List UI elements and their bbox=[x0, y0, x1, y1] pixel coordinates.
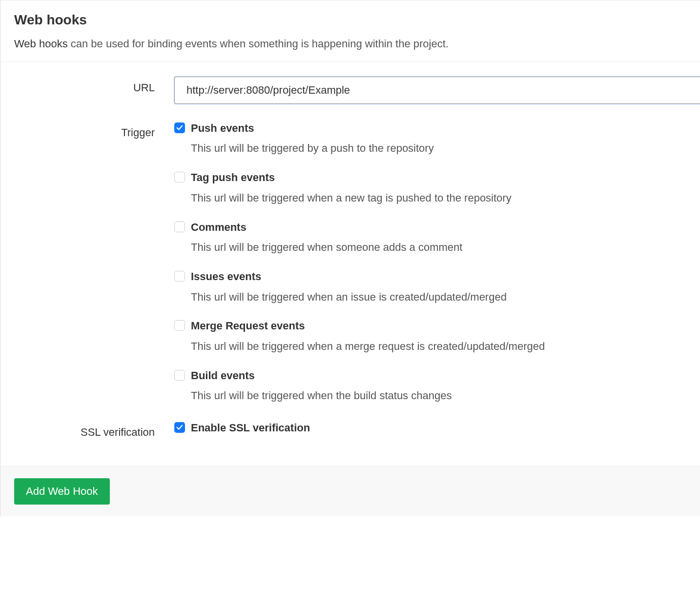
page-description: Web hooks can be used for binding events… bbox=[14, 37, 686, 52]
page-description-rest: can be used for binding events when some… bbox=[68, 38, 449, 50]
trigger-desc: This url will be triggered by a push to … bbox=[191, 141, 700, 156]
trigger-title: Push events bbox=[191, 122, 700, 136]
panel-footer: Add Web Hook bbox=[0, 466, 700, 516]
page-description-emph: Web hooks bbox=[14, 38, 68, 50]
trigger-merge-request-events: Merge Request events This url will be tr… bbox=[174, 319, 700, 354]
trigger-build-events: Build events This url will be triggered … bbox=[174, 369, 700, 404]
trigger-row: Trigger Push events This url will be tri… bbox=[0, 122, 700, 404]
trigger-title: Issues events bbox=[191, 270, 700, 284]
merge-request-events-checkbox[interactable] bbox=[174, 320, 185, 331]
url-row: URL bbox=[0, 77, 700, 104]
trigger-title: Tag push events bbox=[191, 171, 700, 185]
ssl-control: Enable SSL verification bbox=[174, 421, 700, 435]
trigger-label: Trigger bbox=[0, 122, 174, 139]
enable-ssl-checkbox[interactable] bbox=[174, 422, 185, 433]
trigger-comments: Comments This url will be triggered when… bbox=[174, 221, 700, 255]
check-icon bbox=[176, 124, 183, 131]
trigger-desc: This url will be triggered when a new ta… bbox=[191, 191, 700, 206]
url-label: URL bbox=[0, 77, 174, 94]
trigger-desc: This url will be triggered when an issue… bbox=[191, 290, 700, 305]
ssl-option-label: Enable SSL verification bbox=[191, 421, 700, 435]
trigger-title: Comments bbox=[191, 221, 700, 235]
tag-push-events-checkbox[interactable] bbox=[174, 172, 185, 183]
add-webhook-button[interactable]: Add Web Hook bbox=[14, 478, 110, 505]
ssl-option: Enable SSL verification bbox=[174, 421, 700, 435]
webhook-form: URL Trigger Push events This url will be… bbox=[0, 62, 700, 466]
check-icon bbox=[176, 424, 183, 431]
ssl-row: SSL verification Enable SSL verification bbox=[0, 421, 700, 439]
trigger-desc: This url will be triggered when the buil… bbox=[191, 388, 700, 404]
comments-checkbox[interactable] bbox=[174, 222, 185, 232]
trigger-tag-push-events: Tag push events This url will be trigger… bbox=[174, 171, 700, 205]
trigger-push-events: Push events This url will be triggered b… bbox=[174, 122, 700, 156]
trigger-title: Merge Request events bbox=[191, 319, 700, 333]
build-events-checkbox[interactable] bbox=[174, 370, 185, 381]
issues-events-checkbox[interactable] bbox=[174, 271, 185, 282]
trigger-options: Push events This url will be triggered b… bbox=[174, 122, 700, 404]
push-events-checkbox[interactable] bbox=[174, 122, 185, 133]
trigger-desc: This url will be triggered when someone … bbox=[191, 240, 700, 255]
webhooks-panel: Web hooks Web hooks can be used for bind… bbox=[0, 0, 700, 516]
panel-header: Web hooks Web hooks can be used for bind… bbox=[0, 0, 700, 62]
trigger-title: Build events bbox=[191, 369, 700, 383]
url-input[interactable] bbox=[174, 77, 700, 104]
trigger-issues-events: Issues events This url will be triggered… bbox=[174, 270, 700, 304]
url-control bbox=[174, 77, 700, 104]
trigger-desc: This url will be triggered when a merge … bbox=[191, 339, 700, 354]
ssl-label: SSL verification bbox=[0, 421, 174, 439]
page-title: Web hooks bbox=[14, 12, 686, 28]
